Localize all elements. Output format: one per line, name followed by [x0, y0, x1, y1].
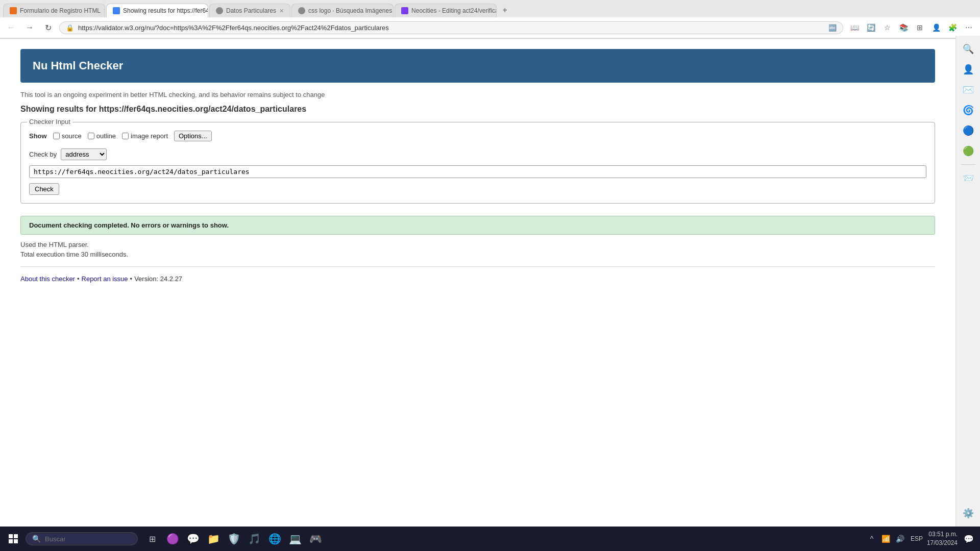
outline-label: outline	[96, 132, 116, 140]
taskbar-search-box[interactable]: 🔍	[26, 532, 138, 545]
tab-formulario[interactable]: Formulario de Registro HTML ✕	[3, 4, 105, 17]
svg-rect-1	[14, 534, 18, 538]
footer-divider	[20, 266, 935, 267]
page-header: Nu Html Checker	[20, 49, 935, 83]
taskbar-app-task-view[interactable]: ⊞	[143, 530, 161, 548]
sidebar-green-icon[interactable]: 🟢	[959, 142, 977, 160]
options-button[interactable]: Options...	[174, 131, 212, 141]
page-title: Nu Html Checker	[33, 59, 923, 72]
collections-button[interactable]: 📚	[896, 20, 911, 35]
content-area: Nu Html Checker This tool is an ongoing …	[0, 39, 955, 527]
source-checkbox-label[interactable]: source	[53, 132, 82, 140]
result-heading: Showing results for https://fer64qs.neoc…	[20, 105, 935, 114]
notification-button[interactable]: 💬	[962, 532, 976, 546]
tray-icons: ^ 📶 🔊	[866, 533, 906, 545]
source-label: source	[62, 132, 82, 140]
tab-label-results: Showing results for https://fer64...	[123, 7, 208, 14]
tray-expand-icon[interactable]: ^	[866, 533, 878, 545]
menu-button[interactable]: ⋯	[962, 20, 976, 35]
lock-icon: 🔒	[66, 24, 74, 32]
check-by-label: Check by	[29, 151, 57, 158]
image-report-checkbox-label[interactable]: image report	[122, 132, 168, 140]
sidebar-mail-icon[interactable]: ✉️	[959, 81, 977, 99]
report-issue-link[interactable]: Report an issue	[82, 275, 128, 283]
address-input[interactable]	[78, 24, 824, 32]
tab-datos[interactable]: Datos Particulares ✕	[209, 4, 290, 17]
forward-button[interactable]: →	[22, 20, 37, 35]
taskbar-search-input[interactable]	[45, 535, 131, 543]
footer-separator-1: •	[77, 275, 80, 283]
checker-input-box: Checker Input Show source outline image …	[20, 122, 935, 204]
check-by-row: Check by address file upload text input	[29, 148, 926, 160]
about-checker-link[interactable]: About this checker	[20, 275, 75, 283]
extensions-button[interactable]: 🧩	[945, 20, 960, 35]
taskbar-app-4[interactable]: 🛡️	[225, 530, 243, 548]
taskbar-apps: ⊞ 🟣 💬 📁 🛡️ 🎵 🌐 💻 🎮	[143, 530, 325, 548]
taskbar-tray: ^ 📶 🔊 ESP 03:51 p.m. 17/03/2024 💬	[866, 530, 976, 547]
browser-chrome: Formulario de Registro HTML ✕ Showing re…	[0, 0, 980, 39]
refresh-button[interactable]: ↻	[41, 20, 55, 35]
reader-mode-button[interactable]: 📖	[847, 20, 862, 35]
taskbar-app-8[interactable]: 🎮	[306, 530, 325, 548]
tray-language: ESP	[911, 535, 923, 542]
image-report-checkbox[interactable]	[122, 133, 129, 139]
tab-favicon-datos	[216, 7, 223, 14]
tab-favicon-css	[298, 7, 305, 14]
tray-volume-icon[interactable]: 🔊	[894, 533, 906, 545]
sidebar-circle-icon[interactable]: 🔵	[959, 121, 977, 140]
taskbar-app-1[interactable]: 🟣	[163, 530, 182, 548]
taskbar-search-icon: 🔍	[32, 535, 41, 543]
nav-icons: 📖 🔄 ☆ 📚 ⊞ 👤 🧩 ⋯	[847, 20, 976, 35]
taskbar-app-7[interactable]: 💻	[286, 530, 304, 548]
sidebar-divider	[961, 164, 975, 165]
tray-clock[interactable]: 03:51 p.m. 17/03/2024	[927, 530, 958, 547]
outline-checkbox[interactable]	[88, 133, 94, 139]
tray-time: 03:51 p.m.	[927, 530, 958, 539]
start-button[interactable]	[4, 530, 22, 548]
sidebar-settings-icon[interactable]: ⚙️	[959, 504, 977, 522]
info-html-parser: Used the HTML parser.	[20, 241, 935, 248]
sidebar-toggle-button[interactable]: ⊞	[913, 20, 927, 35]
tab-neocities[interactable]: Neocities - Editing act24/verifica... ✕	[395, 4, 497, 17]
new-tab-button[interactable]: +	[498, 3, 512, 17]
tab-favicon-neocities	[401, 7, 408, 14]
tab-label-formulario: Formulario de Registro HTML	[20, 7, 101, 14]
taskbar-app-5[interactable]: 🎵	[245, 530, 263, 548]
tab-showing-results[interactable]: Showing results for https://fer64... ✕	[106, 4, 208, 17]
tab-css-logo[interactable]: css logo · Búsqueda Imágenes ✕	[291, 4, 394, 17]
taskbar-app-2[interactable]: 💬	[184, 530, 202, 548]
outline-checkbox-label[interactable]: outline	[88, 132, 116, 140]
address-bar[interactable]: 🔒 🔤	[59, 21, 843, 34]
taskbar-app-3[interactable]: 📁	[204, 530, 223, 548]
success-message: Document checking completed. No errors o…	[29, 221, 229, 229]
check-button[interactable]: Check	[29, 183, 59, 195]
tab-label-datos: Datos Particulares	[226, 7, 276, 14]
nav-bar: ← → ↻ 🔒 🔤 📖 🔄 ☆ 📚 ⊞ 👤 🧩 ⋯	[0, 17, 980, 38]
browser-right-sidebar: 🔍 👤 ✉️ 🌀 🔵 🟢 📨 ⚙️	[955, 36, 980, 527]
url-input[interactable]	[29, 165, 926, 178]
favorite-button[interactable]: ☆	[880, 20, 894, 35]
tab-label-css: css logo · Búsqueda Imágenes	[308, 7, 392, 14]
taskbar-app-6[interactable]: 🌐	[265, 530, 284, 548]
tray-network-icon[interactable]: 📶	[880, 533, 892, 545]
profile-button[interactable]: 👤	[929, 20, 943, 35]
sidebar-search-icon[interactable]: 🔍	[959, 40, 977, 58]
tray-date: 17/03/2024	[927, 539, 958, 547]
footer-separator-2: •	[130, 275, 133, 283]
sidebar-swirl-icon[interactable]: 🌀	[959, 101, 977, 119]
info-execution-time: Total execution time 30 milliseconds.	[20, 251, 935, 258]
translate-icon[interactable]: 🔤	[828, 24, 837, 32]
sidebar-profile-icon[interactable]: 👤	[959, 60, 977, 79]
tab-close-formulario[interactable]: ✕	[104, 8, 105, 14]
image-report-label: image report	[131, 132, 168, 140]
sidebar-send-icon[interactable]: 📨	[959, 169, 977, 187]
checker-input-legend: Checker Input	[27, 118, 72, 126]
refresh-nav-button[interactable]: 🔄	[864, 20, 878, 35]
svg-rect-0	[9, 534, 13, 538]
tab-close-datos[interactable]: ✕	[279, 8, 284, 14]
source-checkbox[interactable]	[53, 133, 60, 139]
svg-rect-3	[14, 539, 18, 543]
back-button[interactable]: ←	[4, 20, 18, 35]
check-by-select[interactable]: address file upload text input	[61, 148, 107, 160]
tab-bar: Formulario de Registro HTML ✕ Showing re…	[0, 0, 980, 17]
